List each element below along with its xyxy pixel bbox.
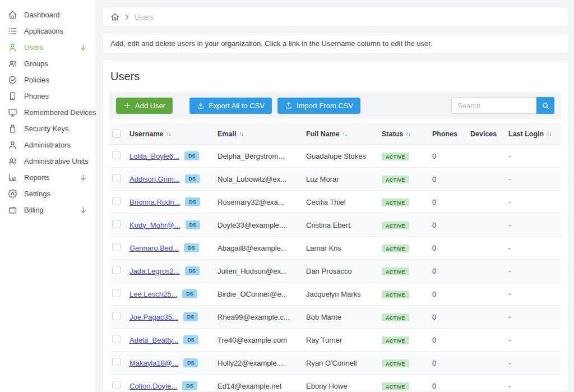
row-checkbox[interactable]: [112, 197, 121, 205]
row-checkbox[interactable]: [112, 335, 121, 343]
last-login-cell: -: [508, 359, 561, 367]
chevron-down-icon[interactable]: [79, 206, 87, 214]
main-content: Users Add, edit and delete users in your…: [95, 0, 574, 392]
sort-icon[interactable]: ↑↓: [342, 131, 347, 137]
column-header-email[interactable]: Email↑↓: [217, 130, 306, 138]
sidebar-item-policies[interactable]: Policies: [0, 72, 95, 88]
status-cell: ACTIVE: [382, 290, 432, 298]
sidebar-item-reports[interactable]: Reports: [0, 169, 95, 186]
table-row: Addison.Grim...DSNola_Lubowitz@ex...Luz …: [109, 168, 561, 191]
add-user-button[interactable]: Add User: [116, 98, 173, 114]
username-link[interactable]: Brionna.Rodri...: [129, 198, 180, 206]
username-link[interactable]: Gennaro.Bed...: [129, 244, 179, 252]
username-link[interactable]: Colton.Doyle...: [129, 382, 177, 390]
chevron-down-icon[interactable]: [79, 43, 87, 52]
row-checkbox[interactable]: [112, 381, 121, 389]
ds-badge: DS: [184, 243, 199, 252]
toolbar: Add User Export All to CSV Import From C…: [109, 92, 561, 119]
email-cell: Delpha_Bergstrom...: [217, 152, 306, 160]
username-link[interactable]: Kody_Mohr@...: [129, 221, 180, 229]
column-header-last-login[interactable]: Last Login↑↓: [508, 130, 561, 138]
row-checkbox[interactable]: [112, 220, 121, 228]
username-link[interactable]: Lee.Lesch25...: [129, 290, 177, 298]
column-header-full-name[interactable]: Full Name↑↓: [306, 130, 382, 138]
column-header-phones: Phones: [432, 130, 470, 138]
sidebar-item-administrators[interactable]: Administrators: [0, 137, 95, 153]
phones-cell: 0: [432, 244, 470, 252]
last-login-cell: -: [508, 221, 561, 229]
column-header-status[interactable]: Status↑↓: [382, 130, 432, 138]
sidebar-item-users[interactable]: Users: [0, 39, 95, 56]
status-badge: ACTIVE: [382, 359, 409, 367]
row-checkbox[interactable]: [112, 151, 121, 159]
status-badge: ACTIVE: [382, 199, 409, 206]
email-cell: Rhea99@example.c...: [217, 313, 306, 321]
column-header-devices: Devices: [470, 130, 508, 138]
chevron-right-icon: [123, 13, 131, 21]
ds-badge: DS: [182, 381, 197, 390]
gear-icon: [8, 189, 17, 199]
username-link[interactable]: Joe.Pagac35...: [129, 313, 178, 321]
full-name-cell: Lamar Kris: [306, 244, 382, 252]
import-csv-button[interactable]: Import From CSV: [277, 98, 360, 114]
sidebar-item-label: Security Keys: [24, 124, 87, 133]
sidebar-item-applications[interactable]: Applications: [0, 23, 95, 39]
sort-icon[interactable]: ↑↓: [547, 131, 551, 137]
sidebar-item-security-keys[interactable]: Security Keys: [0, 121, 95, 137]
phones-cell: 0: [432, 267, 470, 275]
last-login-cell: -: [508, 267, 561, 275]
username-link[interactable]: Lolita_Boyle6...: [129, 152, 179, 160]
last-login-cell: -: [508, 175, 561, 183]
last-login-cell: -: [508, 290, 561, 298]
sidebar-item-label: Applications: [24, 27, 87, 35]
row-checkbox[interactable]: [112, 266, 121, 274]
email-cell: Julien_Hudson@ex...: [217, 267, 306, 275]
home-icon[interactable]: [110, 12, 119, 21]
sort-icon[interactable]: ↑↓: [406, 131, 410, 137]
sidebar-item-billing[interactable]: Billing: [0, 202, 95, 218]
username-link[interactable]: Makayla18@...: [129, 359, 178, 367]
table-row: Kody_Mohr@...DSDoyle33@example....Cristi…: [109, 214, 561, 237]
sidebar-item-remembered-devices[interactable]: Remembered Devices: [0, 104, 95, 121]
phones-cell: 0: [432, 290, 470, 298]
table-row: Lolita_Boyle6...DSDelpha_Bergstrom...Gua…: [109, 145, 561, 168]
email-cell: Abagail8@example...: [217, 244, 306, 252]
table-row: Brionna.Rodri...DSRosemary32@exa...Cecil…: [109, 191, 561, 214]
row-checkbox[interactable]: [112, 243, 121, 251]
export-csv-button[interactable]: Export All to CSV: [189, 98, 272, 114]
column-header-username[interactable]: Username↑↓: [129, 130, 217, 138]
status-cell: ACTIVE: [382, 336, 432, 344]
row-checkbox[interactable]: [112, 174, 121, 182]
username-link[interactable]: Addison.Grim...: [129, 175, 180, 183]
row-checkbox[interactable]: [112, 358, 121, 366]
sidebar-item-phones[interactable]: Phones: [0, 88, 95, 104]
username-link[interactable]: Jada.Legros2...: [129, 267, 180, 275]
users-icon: [8, 59, 17, 68]
sort-icon[interactable]: ↑↓: [239, 131, 243, 137]
row-checkbox[interactable]: [112, 289, 121, 297]
search-button[interactable]: [536, 97, 554, 114]
username-link[interactable]: Adela_Beatty...: [129, 336, 178, 344]
row-checkbox[interactable]: [112, 312, 121, 320]
download-icon: [197, 102, 205, 109]
chart-icon: [8, 173, 17, 182]
home-icon: [8, 10, 17, 20]
full-name-cell: Cecilia Thiel: [306, 198, 382, 206]
sidebar-item-dashboard[interactable]: Dashboard: [0, 7, 95, 23]
status-badge: ACTIVE: [382, 245, 409, 252]
full-name-cell: Guadalupe Stokes: [306, 152, 382, 160]
table-row: Adela_Beatty...DSTre40@example.comRay Tu…: [109, 329, 561, 352]
sort-icon[interactable]: ↑↓: [166, 131, 170, 137]
sidebar-item-label: Administrative Units: [24, 157, 89, 165]
sidebar-item-label: Administrators: [24, 141, 87, 149]
search-input[interactable]: [451, 97, 536, 114]
ds-badge: DS: [183, 312, 198, 321]
sidebar-item-administrative-units[interactable]: Administrative Units: [0, 153, 95, 169]
breadcrumb: Users: [102, 7, 568, 27]
select-all-checkbox[interactable]: [112, 130, 121, 138]
sidebar-item-settings[interactable]: Settings: [0, 186, 95, 202]
table-row: Gennaro.Bed...DSAbagail8@example...Lamar…: [109, 237, 561, 260]
sidebar-item-groups[interactable]: Groups: [0, 56, 95, 72]
ds-badge: DS: [183, 358, 198, 367]
chevron-down-icon[interactable]: [79, 173, 87, 182]
